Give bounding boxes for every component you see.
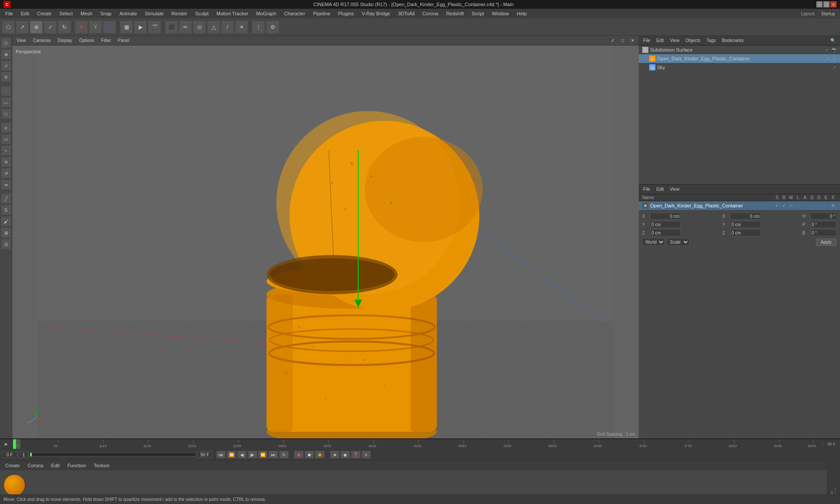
left-rotate-btn[interactable]: ↻ — [1, 72, 11, 82]
loop-btn[interactable]: ↻ — [279, 451, 289, 458]
tool-spline-btn[interactable]: / — [221, 21, 234, 34]
material-swatch-kinder[interactable] — [4, 474, 25, 496]
obj-subdiv-vis[interactable]: ✓ — [826, 48, 829, 52]
obj-tags-menu[interactable]: Tags — [704, 38, 718, 43]
coord-x-input[interactable] — [650, 213, 681, 220]
left-sculpt2-btn[interactable]: 🖌 — [1, 216, 11, 227]
menu-script[interactable]: Script — [468, 10, 487, 17]
tool-cube-btn[interactable]: ⬛ — [165, 21, 178, 34]
record-btn[interactable]: ⏺ — [294, 451, 304, 458]
obj-view-menu[interactable]: View — [667, 38, 682, 43]
keyframe-list-btn[interactable]: ≡ — [361, 451, 371, 458]
obj-objects-menu[interactable]: Objects — [683, 38, 703, 43]
snap-settings-btn[interactable]: ⚙ — [266, 21, 279, 34]
coord-y2-input[interactable] — [730, 221, 761, 228]
attr-obj-render-icon[interactable]: ✓ — [780, 203, 788, 208]
mat-texture-tab[interactable]: Texture — [90, 462, 113, 469]
record-auto-btn[interactable]: ⏺ — [304, 451, 314, 458]
vp-filter-tab[interactable]: Filter — [98, 38, 113, 43]
obj-item-sky[interactable]: ☁ Sky ✓ — [639, 63, 840, 72]
obj-search-btn[interactable]: 🔍 — [828, 38, 838, 43]
vp-close-btn[interactable]: ✕ — [628, 38, 637, 43]
menu-3dtoa[interactable]: 3DToAll — [395, 10, 418, 17]
menu-corona[interactable]: Corona — [419, 10, 442, 17]
menu-animate[interactable]: Animate — [116, 10, 140, 17]
coord-y-input[interactable] — [650, 221, 681, 228]
left-snap-btn[interactable]: ⊡ — [1, 239, 11, 249]
coord-scale-dropdown[interactable]: Scale — [667, 238, 690, 246]
timeline-track-area[interactable]: 0 5 10 15 20 25 30 35 40 45 50 55 60 65 — [13, 439, 822, 449]
left-knife-btn[interactable]: ╱ — [1, 193, 11, 204]
vp-options-tab[interactable]: Options — [77, 38, 97, 43]
left-scale-btn[interactable]: ⤢ — [1, 60, 11, 71]
play-forward-btn[interactable]: ⏩ — [258, 451, 268, 458]
vp-maximize-btn[interactable]: □ — [619, 38, 626, 43]
left-move2-btn[interactable]: ✛ — [1, 157, 11, 167]
fps-input[interactable] — [18, 451, 29, 458]
attr-file-menu[interactable]: File — [640, 186, 653, 192]
play-btn[interactable]: ▶ — [248, 451, 257, 458]
menu-sculpt[interactable]: Sculpt — [192, 10, 212, 17]
obj-bookmarks-menu[interactable]: Bookmarks — [719, 38, 746, 43]
left-point-btn[interactable]: · — [1, 86, 11, 96]
menu-simulate[interactable]: Simulate — [141, 10, 167, 17]
end-frame-input[interactable] — [197, 451, 213, 458]
mat-corona-tab[interactable]: Corona — [24, 462, 47, 469]
record-settings-btn[interactable]: ⏺ — [315, 451, 325, 458]
menu-window[interactable]: Window — [488, 10, 512, 17]
mode-model-btn[interactable]: ⬡ — [2, 21, 15, 34]
obj-item-kinder[interactable]: ▲ Open_Dark_Kinder_Egg_Plastic_Container… — [639, 54, 840, 63]
attr-obj-motion-icon[interactable]: — — [788, 203, 794, 208]
mode-rotate-btn[interactable]: ↻ — [58, 21, 71, 34]
coord-apply-btn[interactable]: Apply — [816, 238, 836, 246]
mode-move-btn[interactable]: ⊕ — [30, 21, 43, 34]
render-region-btn[interactable]: ▦ — [120, 21, 133, 34]
attr-edit-menu[interactable]: Edit — [654, 186, 666, 192]
left-model-btn[interactable]: ⬡ — [1, 38, 11, 48]
vp-cameras-tab[interactable]: Cameras — [31, 38, 54, 43]
axis-x-btn[interactable]: X — [75, 21, 88, 34]
menu-motion-tracker[interactable]: Motion Tracker — [213, 10, 252, 17]
tool-light-btn[interactable]: ☀ — [235, 21, 248, 34]
play-reverse-btn[interactable]: ◀ — [237, 451, 247, 458]
left-rotate2-btn[interactable]: ↺ — [1, 168, 11, 178]
vp-display-tab[interactable]: Display — [55, 38, 75, 43]
menu-character[interactable]: Character — [280, 10, 308, 17]
menu-edit[interactable]: Edit — [18, 10, 33, 17]
menu-render[interactable]: Render — [168, 10, 191, 17]
prev-frame-btn[interactable]: ⏪ — [227, 451, 236, 458]
vp-panel-tab[interactable]: Panel — [116, 38, 132, 43]
timeline-slider[interactable] — [30, 452, 196, 457]
coord-h-input[interactable] — [810, 213, 836, 220]
attr-obj-x-icon[interactable]: ⚙ — [830, 203, 836, 208]
vp-view-tab[interactable]: View — [14, 38, 29, 43]
minimize-btn[interactable]: − — [816, 1, 822, 7]
current-frame-input[interactable] — [2, 451, 18, 458]
render-viewport-btn[interactable]: ▶ — [134, 21, 147, 34]
mode-scale-btn[interactable]: ⤢ — [44, 21, 57, 34]
menu-plugins[interactable]: Plugins — [335, 10, 357, 17]
obj-item-subdiv[interactable]: S Subdivision Surface ✓ 📷 — [639, 46, 840, 54]
render-picture-btn[interactable]: 🎬 — [148, 21, 161, 34]
menu-pipeline[interactable]: Pipeline — [310, 10, 334, 17]
goto-start-btn[interactable]: ⏮ — [216, 451, 226, 458]
left-poly-btn[interactable]: □ — [1, 108, 11, 119]
left-lasso-btn[interactable]: ∿ — [1, 145, 11, 156]
menu-redshift[interactable]: Redshift — [443, 10, 467, 17]
viewport[interactable]: Perspective Grid Spacing : 1 cm Y Z X — [12, 46, 639, 438]
coord-p-input[interactable] — [810, 221, 836, 228]
menu-create[interactable]: Create — [34, 10, 55, 17]
attr-obj-vis-icon[interactable]: ✓ — [774, 203, 780, 208]
axis-y-btn[interactable]: Y — [89, 21, 102, 34]
obj-kinder-render[interactable]: ✓ — [833, 56, 836, 61]
coord-b-input[interactable] — [810, 229, 836, 236]
mat-create-tab[interactable]: Create — [2, 462, 23, 469]
maximize-btn[interactable]: □ — [823, 1, 830, 7]
attr-obj-row[interactable]: ■ Open_Dark_Kinder_Egg_Plastic_Container… — [639, 201, 840, 210]
mat-edit-tab[interactable]: Edit — [48, 462, 63, 469]
left-edge-btn[interactable]: — — [1, 97, 11, 108]
obj-edit-menu[interactable]: Edit — [654, 38, 666, 43]
tool-sculpt-btn[interactable]: ◎ — [193, 21, 206, 34]
mat-function-tab[interactable]: Function — [64, 462, 89, 469]
menu-help[interactable]: Help — [513, 10, 530, 17]
